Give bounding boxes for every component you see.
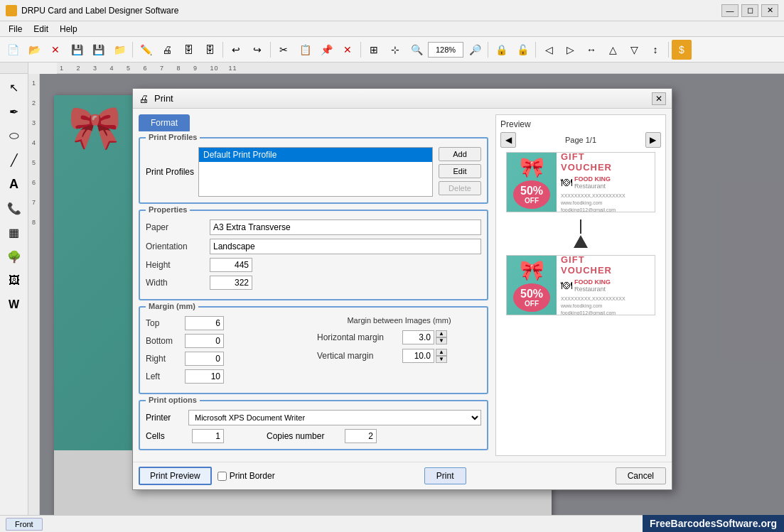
tb-db2[interactable]: 🗄 [200, 40, 220, 60]
lt-phone[interactable]: 📞 [4, 197, 25, 219]
lt-pen[interactable]: ✒ [4, 101, 25, 122]
tb-undo[interactable]: ↩ [226, 40, 246, 60]
margin-bottom-input[interactable] [185, 334, 224, 348]
dialog-close-button[interactable]: ✕ [652, 92, 666, 105]
vertical-margin-input[interactable] [402, 349, 434, 363]
margin-top-label: Top [146, 318, 185, 328]
tb-print[interactable]: 🖨 [157, 40, 177, 60]
tb-save2[interactable]: 💾 [88, 40, 108, 60]
lt-text[interactable]: A [4, 173, 25, 195]
tb-paste[interactable]: 📌 [316, 40, 336, 60]
printer-row: Printer Microsoft XPS Document Writer [146, 410, 481, 425]
horizontal-down-button[interactable]: ▼ [436, 337, 447, 344]
card1-left: 🎀 50% OFF [507, 153, 557, 212]
margin-bottom-label: Bottom [146, 336, 185, 346]
close-button[interactable]: ✕ [761, 4, 778, 17]
margin-top-row: Top [146, 316, 310, 330]
tb-align[interactable]: ⊹ [385, 40, 405, 60]
margin-right-input[interactable] [185, 352, 224, 366]
vertical-spinner-buttons: ▲ ▼ [436, 349, 447, 363]
tb-unlock[interactable]: 🔓 [512, 40, 532, 60]
lt-line[interactable]: ╱ [4, 149, 25, 170]
printer-select[interactable]: Microsoft XPS Document Writer [188, 410, 481, 425]
card2-pct-num: 50% [520, 288, 543, 300]
tb-grid[interactable]: ⊞ [364, 40, 384, 60]
edit-profile-button[interactable]: Edit [439, 164, 481, 178]
tb-left[interactable]: ◁ [539, 40, 559, 60]
app-title: DRPU Card and Label Designer Software [21, 6, 721, 16]
next-page-button[interactable]: ▶ [645, 132, 661, 148]
margin-left-input[interactable] [185, 369, 224, 384]
print-button[interactable]: Print [424, 467, 466, 484]
lt-ellipse[interactable]: ⬭ [4, 125, 25, 146]
cells-input[interactable] [192, 429, 224, 443]
tb-cut[interactable]: ✂ [274, 40, 294, 60]
minimize-button[interactable]: — [721, 4, 739, 17]
canvas-area[interactable]: 🎀 50% OFF 🖨 Print ✕ [40, 74, 784, 515]
paper-input[interactable] [210, 219, 481, 235]
delete-profile-button[interactable]: Delete [439, 181, 481, 195]
tb-edit[interactable]: ✏️ [136, 40, 156, 60]
preview-header: Preview [500, 119, 661, 129]
tab-front[interactable]: Front [6, 518, 43, 531]
tab-format[interactable]: Format [139, 114, 190, 131]
tb-copy[interactable]: 📋 [295, 40, 315, 60]
horizontal-spinner-buttons: ▲ ▼ [436, 330, 447, 344]
card2-logo: 🍽 FOOD KING Restaurant [561, 278, 650, 294]
tb-down[interactable]: ▽ [624, 40, 644, 60]
prev-page-button[interactable]: ◀ [500, 132, 516, 148]
horizontal-spinner: ▲ ▼ [402, 330, 447, 344]
profile-item-default[interactable]: Default Print Profile [199, 148, 432, 162]
tb-valign[interactable]: ↕ [645, 40, 665, 60]
menu-edit[interactable]: Edit [28, 23, 54, 36]
lt-select[interactable]: ↖ [4, 77, 25, 98]
lt-font[interactable]: W [4, 294, 25, 315]
tb-delete[interactable]: ✕ [338, 40, 358, 60]
add-profile-button[interactable]: Add [439, 147, 481, 161]
paper-row: Paper [146, 219, 481, 235]
tb-zoom-fit[interactable]: 🔎 [465, 40, 485, 60]
tb-zoom-out-tool[interactable]: 🔍 [407, 40, 426, 60]
horizontal-up-button[interactable]: ▲ [436, 330, 447, 337]
tb-save[interactable]: 💾 [67, 40, 87, 60]
tb-redo[interactable]: ↪ [247, 40, 267, 60]
restaurant-type-1: Restaurant [574, 183, 611, 190]
app-icon [6, 5, 17, 16]
tb-up[interactable]: △ [603, 40, 623, 60]
tb-close[interactable]: ✕ [45, 40, 65, 60]
lt-barcode[interactable]: ▦ [4, 222, 25, 243]
title-bar: DRPU Card and Label Designer Software — … [0, 0, 784, 21]
lt-tree[interactable]: 🌳 [4, 246, 25, 267]
tb-new[interactable]: 📄 [3, 40, 23, 60]
lt-image[interactable]: 🖼 [4, 270, 25, 291]
tb-open[interactable]: 📂 [24, 40, 44, 60]
vertical-down-button[interactable]: ▼ [436, 356, 447, 363]
copies-input[interactable] [345, 429, 377, 443]
width-input[interactable] [210, 276, 252, 290]
tb-dollar[interactable]: $ [672, 40, 692, 60]
margin-top-input[interactable] [185, 316, 224, 330]
menu-file[interactable]: File [3, 23, 28, 36]
vertical-up-button[interactable]: ▲ [436, 349, 447, 356]
profile-list[interactable]: Default Print Profile [198, 147, 433, 197]
height-input[interactable] [210, 258, 252, 272]
menu-help[interactable]: Help [54, 23, 83, 36]
tb-folder[interactable]: 📁 [109, 40, 129, 60]
window-controls[interactable]: — ◻ ✕ [721, 4, 778, 17]
tb-lock[interactable]: 🔒 [491, 40, 511, 60]
cancel-button[interactable]: Cancel [616, 467, 666, 484]
dialog-body: Format Print Profiles Print Profiles [133, 109, 672, 462]
restore-button[interactable]: ◻ [741, 4, 758, 17]
tb-halign[interactable]: ↔ [581, 40, 601, 60]
dialog-title-icon: 🖨 [139, 93, 150, 104]
print-preview-button[interactable]: Print Preview [139, 467, 212, 485]
card1-voucher-title: VOUCHER [561, 162, 650, 173]
horizontal-margin-input[interactable] [402, 330, 434, 344]
tb-db[interactable]: 🗄 [178, 40, 198, 60]
print-border-checkbox[interactable] [218, 472, 227, 481]
page-info: Page 1/1 [565, 136, 596, 144]
margin-left-label: Left [146, 371, 185, 381]
orientation-input[interactable] [210, 239, 481, 254]
zoom-input[interactable] [428, 42, 463, 58]
tb-right[interactable]: ▷ [560, 40, 580, 60]
